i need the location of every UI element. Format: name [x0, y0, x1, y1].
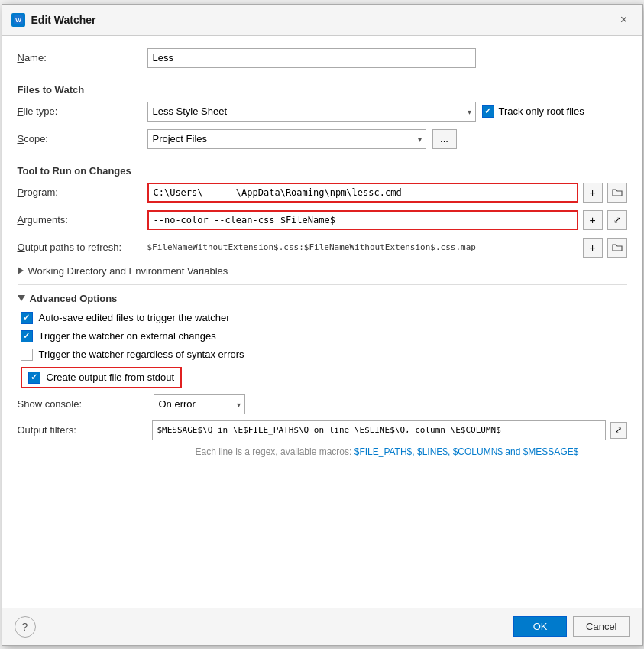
name-label: Name:	[18, 52, 147, 63]
create-output-label: Create output file from stdout	[47, 372, 175, 383]
hint-macros: $FILE_PATH$, $LINE$, $COLUMN$ and $MESSA…	[354, 446, 579, 457]
create-output-checkbox[interactable]	[28, 372, 40, 384]
trigger-syntax-label: Trigger the watcher regardless of syntax…	[39, 349, 244, 360]
app-icon: W	[11, 13, 25, 27]
file-type-select-wrapper: Less Style Sheet ▾	[147, 102, 476, 122]
ok-button[interactable]: OK	[513, 616, 567, 637]
advanced-options-toggle[interactable]: Advanced Options	[18, 293, 627, 304]
files-to-watch-header: Files to Watch	[18, 84, 627, 96]
track-only-label: Track only root files	[499, 105, 584, 117]
output-paths-value: $FileNameWithoutExtension$.css:$FileName…	[147, 242, 578, 252]
arguments-input-wrapper	[147, 210, 578, 230]
working-dir-triangle-icon	[18, 267, 24, 274]
file-type-row: File type: Less Style Sheet ▾ Track only…	[18, 102, 627, 122]
name-row: Name:	[18, 48, 627, 68]
show-console-label: Show console:	[18, 398, 147, 410]
scope-dotdot-button[interactable]: ...	[432, 129, 457, 149]
tool-to-run-header: Tool to Run on Changes	[18, 165, 627, 177]
advanced-options-section: Advanced Options Auto-save edited files …	[18, 293, 627, 457]
title-bar: W Edit Watcher ×	[2, 5, 642, 36]
scope-row: Scope: Project Files ▾ ...	[18, 129, 627, 149]
program-folder-button[interactable]	[607, 183, 627, 203]
close-button[interactable]: ×	[615, 11, 633, 29]
output-paths-row: Output paths to refresh: $FileNameWithou…	[18, 238, 627, 258]
title-bar-left: W Edit Watcher	[11, 13, 96, 27]
output-filters-expand-button[interactable]: ⤢	[610, 422, 627, 439]
footer-right: OK Cancel	[513, 616, 629, 637]
svg-text:W: W	[15, 17, 21, 24]
trigger-external-row: Trigger the watcher on external changes	[18, 330, 627, 342]
file-type-label: File type:	[18, 105, 147, 117]
footer-left: ?	[15, 616, 36, 638]
output-filters-input[interactable]	[152, 420, 606, 440]
show-console-row: Show console: On error Always Never ▾	[18, 394, 627, 414]
output-paths-folder-button[interactable]	[607, 238, 627, 258]
arguments-label: Arguments:	[18, 214, 147, 226]
track-only-checkbox[interactable]	[482, 105, 494, 118]
arguments-add-button[interactable]: +	[583, 210, 603, 230]
program-row: Program: +	[18, 183, 627, 203]
autosave-label: Auto-save edited files to trigger the wa…	[39, 312, 230, 323]
working-dir-toggle[interactable]: Working Directory and Environment Variab…	[18, 265, 627, 277]
create-output-row-outer: Create output file from stdout	[18, 367, 627, 388]
file-type-select[interactable]: Less Style Sheet	[147, 102, 476, 122]
arguments-input[interactable]	[147, 210, 578, 230]
dialog-body: Name: Files to Watch File type: Less Sty…	[2, 36, 642, 608]
help-button[interactable]: ?	[15, 616, 36, 638]
trigger-syntax-checkbox[interactable]	[21, 349, 33, 361]
arguments-expand-button[interactable]: ⤢	[607, 210, 627, 230]
trigger-external-label: Trigger the watcher on external changes	[39, 330, 216, 342]
scope-select-wrapper: Project Files ▾	[147, 129, 426, 149]
program-input-wrapper	[147, 183, 578, 203]
output-filters-label: Output filters:	[18, 424, 147, 436]
program-add-button[interactable]: +	[583, 183, 603, 203]
name-input[interactable]	[147, 48, 476, 68]
create-output-highlighted-box: Create output file from stdout	[21, 367, 183, 388]
working-dir-label: Working Directory and Environment Variab…	[28, 265, 228, 277]
program-input[interactable]	[147, 183, 578, 203]
trigger-external-checkbox[interactable]	[21, 330, 33, 342]
advanced-options-triangle-icon	[18, 295, 25, 301]
output-paths-add-button[interactable]: +	[583, 238, 603, 258]
edit-watcher-dialog: W Edit Watcher × Name: Files to Watch Fi…	[2, 4, 643, 646]
autosave-checkbox[interactable]	[21, 312, 33, 324]
arguments-row: Arguments: + ⤢	[18, 210, 627, 230]
scope-select[interactable]: Project Files	[147, 129, 426, 149]
show-console-select[interactable]: On error Always Never	[154, 394, 245, 414]
scope-label: Scope:	[18, 133, 147, 144]
autosave-row: Auto-save edited files to trigger the wa…	[18, 312, 627, 324]
hint-text-row: Each line is a regex, available macros: …	[18, 446, 627, 457]
dialog-footer: ? OK Cancel	[2, 608, 642, 645]
dialog-title: Edit Watcher	[31, 14, 96, 26]
cancel-button[interactable]: Cancel	[573, 616, 629, 637]
program-label: Program:	[18, 187, 147, 198]
trigger-syntax-row: Trigger the watcher regardless of syntax…	[18, 349, 627, 361]
output-filters-row: Output filters: ⤢	[18, 420, 627, 440]
hint-text-prefix: Each line is a regex, available macros:	[196, 446, 354, 457]
show-console-select-wrapper: On error Always Never ▾	[154, 394, 245, 414]
track-only-row: Track only root files	[482, 105, 584, 118]
output-paths-label: Output paths to refresh:	[18, 242, 147, 253]
advanced-options-header: Advanced Options	[30, 293, 118, 304]
